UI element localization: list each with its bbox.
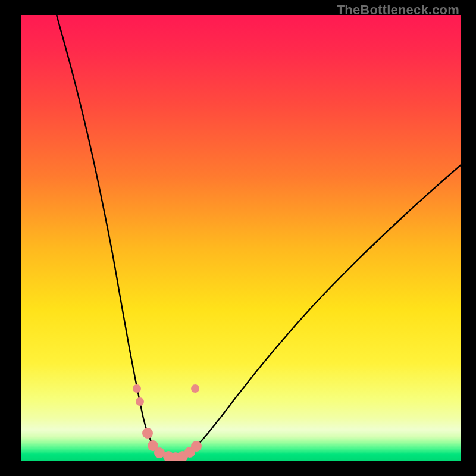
marker-dot <box>142 428 153 439</box>
curve-left <box>57 15 174 460</box>
marker-dot <box>191 384 199 393</box>
curves-layer <box>21 15 461 461</box>
watermark-text: TheBottleneck.com <box>337 2 459 18</box>
chart-frame: TheBottleneck.com <box>0 0 476 476</box>
markers <box>133 384 202 461</box>
marker-dot <box>191 441 202 452</box>
marker-dot <box>133 384 141 393</box>
plot-area <box>21 15 461 461</box>
marker-dot <box>136 397 144 406</box>
curve-right <box>174 165 461 460</box>
